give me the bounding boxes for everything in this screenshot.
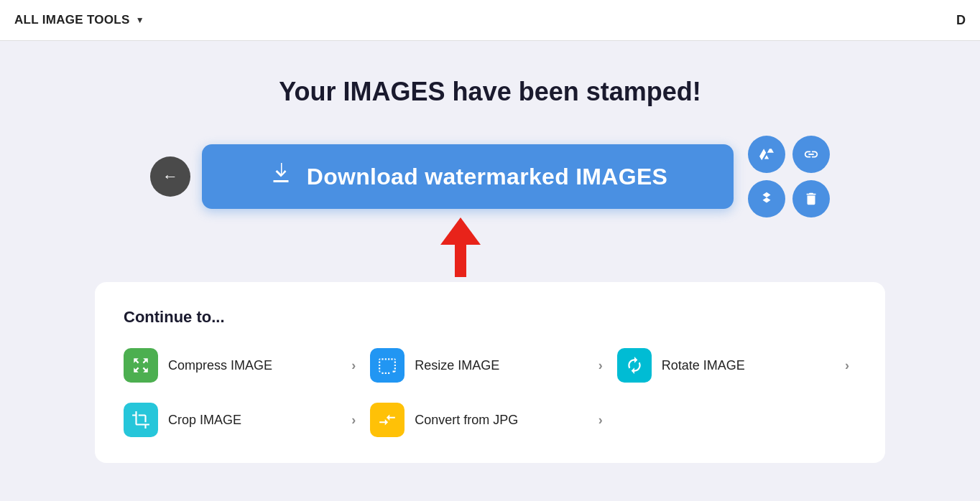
delete-button[interactable] bbox=[792, 180, 830, 217]
convert-image-icon bbox=[370, 403, 405, 437]
rotate-image-label: Rotate IMAGE bbox=[662, 358, 835, 373]
list-item[interactable]: Compress IMAGE › bbox=[124, 348, 356, 383]
trash-icon bbox=[803, 191, 819, 207]
dropdown-icon[interactable]: ▼ bbox=[136, 15, 144, 25]
convert-chevron-icon: › bbox=[598, 413, 603, 428]
list-item[interactable]: Convert from JPG › bbox=[370, 403, 602, 437]
list-item[interactable]: Rotate IMAGE › bbox=[617, 348, 849, 383]
action-row: ← Download watermarked IMAGES bbox=[150, 136, 830, 217]
resize-image-icon bbox=[370, 348, 405, 383]
header-left: ALL IMAGE TOOLS ▼ bbox=[14, 13, 144, 27]
resize-image-label: Resize IMAGE bbox=[415, 358, 588, 373]
rotate-image-icon bbox=[617, 348, 652, 383]
download-icon bbox=[268, 161, 294, 192]
download-button[interactable]: Download watermarked IMAGES bbox=[202, 144, 734, 209]
save-to-dropbox-button[interactable] bbox=[748, 180, 785, 217]
compress-image-icon bbox=[124, 348, 158, 383]
back-arrow-icon: ← bbox=[162, 169, 178, 184]
header-right-logo: D bbox=[956, 13, 966, 28]
save-to-drive-button[interactable] bbox=[748, 136, 785, 173]
link-icon bbox=[803, 146, 819, 162]
crop-image-label: Crop IMAGE bbox=[168, 413, 341, 428]
all-image-tools-title: ALL IMAGE TOOLS bbox=[14, 13, 130, 27]
tools-grid: Compress IMAGE › Resize IMAGE › bbox=[124, 348, 849, 437]
red-arrow bbox=[440, 217, 481, 277]
copy-link-button[interactable] bbox=[792, 136, 830, 173]
dropbox-icon bbox=[759, 191, 775, 207]
side-action-buttons bbox=[748, 136, 830, 217]
download-label: Download watermarked IMAGES bbox=[307, 164, 667, 190]
header: ALL IMAGE TOOLS ▼ D bbox=[0, 0, 980, 41]
compress-image-label: Compress IMAGE bbox=[168, 358, 341, 373]
continue-section: Continue to... Compress IMAGE › bbox=[95, 282, 885, 463]
resize-chevron-icon: › bbox=[598, 358, 603, 373]
page-title: Your IMAGES have been stamped! bbox=[279, 77, 701, 107]
arrow-head bbox=[440, 217, 481, 245]
drive-icon bbox=[759, 146, 775, 162]
list-item[interactable]: Crop IMAGE › bbox=[124, 403, 356, 437]
crop-chevron-icon: › bbox=[351, 413, 356, 428]
back-button[interactable]: ← bbox=[150, 156, 190, 197]
rotate-chevron-icon: › bbox=[845, 358, 849, 373]
main-content: Your IMAGES have been stamped! ← Downloa… bbox=[0, 41, 980, 492]
crop-image-icon bbox=[124, 403, 158, 437]
compress-chevron-icon: › bbox=[351, 358, 356, 373]
arrow-body bbox=[455, 245, 466, 277]
list-item[interactable]: Resize IMAGE › bbox=[370, 348, 602, 383]
continue-title: Continue to... bbox=[124, 308, 849, 327]
convert-image-label: Convert from JPG bbox=[415, 413, 588, 428]
arrow-indicator bbox=[218, 217, 814, 275]
